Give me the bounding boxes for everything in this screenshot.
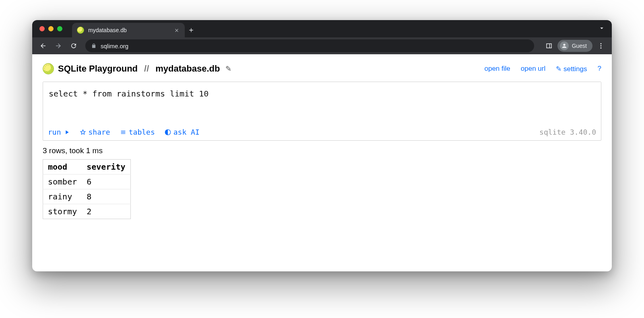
sqlite-version: sqlite 3.40.0 bbox=[539, 128, 596, 136]
table-row: somber6 bbox=[43, 174, 131, 189]
plus-icon bbox=[188, 27, 194, 33]
page-content: SQLite Playground // mydatabase.db ✎ ope… bbox=[32, 54, 612, 230]
titlebar: mydatabase.db bbox=[32, 20, 612, 37]
results-table: moodseverity somber6rainy8stormy2 bbox=[43, 159, 131, 219]
arrow-right-icon bbox=[55, 42, 62, 49]
column-header: severity bbox=[82, 160, 130, 174]
new-tab-button[interactable] bbox=[185, 23, 198, 37]
address-bar[interactable]: sqlime.org bbox=[85, 39, 534, 52]
forward-button[interactable] bbox=[52, 39, 65, 53]
pencil-icon: ✎ bbox=[556, 65, 561, 73]
browser-toolbar: sqlime.org Guest bbox=[32, 37, 612, 54]
open-url-link[interactable]: open url bbox=[521, 65, 545, 73]
share-button[interactable]: share bbox=[80, 128, 110, 136]
toolbar-right: Guest bbox=[542, 39, 608, 53]
svg-point-2 bbox=[601, 47, 602, 49]
page-title: SQLite Playground bbox=[58, 64, 138, 74]
tables-button[interactable]: tables bbox=[120, 128, 155, 136]
ask-ai-button[interactable]: ask AI bbox=[165, 128, 200, 136]
table-cell: rainy bbox=[43, 189, 82, 204]
close-icon bbox=[174, 28, 179, 33]
profile-label: Guest bbox=[572, 43, 587, 49]
tab-overview-button[interactable] bbox=[598, 25, 605, 33]
tab-close-button[interactable] bbox=[173, 27, 180, 33]
query-status: 3 rows, took 1 ms bbox=[43, 146, 601, 155]
profile-button[interactable]: Guest bbox=[557, 40, 592, 52]
menu-button[interactable] bbox=[594, 39, 608, 53]
play-icon bbox=[64, 129, 70, 135]
browser-window: mydatabase.db sqlime.org bbox=[32, 20, 612, 271]
help-link[interactable]: ? bbox=[598, 65, 601, 73]
column-header: mood bbox=[43, 160, 82, 174]
back-button[interactable] bbox=[36, 39, 50, 53]
sql-editor: run share tables ask AI sqlite 3.40.0 bbox=[43, 82, 601, 141]
avatar bbox=[560, 41, 569, 50]
table-cell: somber bbox=[43, 174, 82, 189]
browser-tab[interactable]: mydatabase.db bbox=[72, 23, 185, 37]
table-cell: 8 bbox=[82, 189, 130, 204]
table-cell: stormy bbox=[43, 204, 82, 219]
kebab-icon bbox=[597, 42, 605, 49]
settings-label: settings bbox=[564, 65, 587, 73]
page-header: SQLite Playground // mydatabase.db ✎ ope… bbox=[43, 63, 601, 74]
chevron-down-icon bbox=[598, 25, 605, 32]
svg-point-1 bbox=[601, 45, 602, 47]
window-minimize-button[interactable] bbox=[48, 26, 54, 31]
run-button[interactable]: run bbox=[48, 128, 70, 136]
lock-icon bbox=[91, 43, 97, 49]
header-links: open file open url ✎ settings ? bbox=[484, 65, 601, 73]
sql-input[interactable] bbox=[43, 82, 601, 126]
reload-icon bbox=[70, 42, 77, 49]
table-cell: 6 bbox=[82, 174, 130, 189]
tab-favicon-icon bbox=[77, 27, 84, 34]
person-icon bbox=[561, 43, 568, 49]
ask-ai-label: ask AI bbox=[173, 128, 200, 136]
star-outline-icon bbox=[80, 129, 86, 135]
window-close-button[interactable] bbox=[39, 26, 45, 31]
database-name: mydatabase.db bbox=[155, 64, 220, 74]
table-cell: 2 bbox=[82, 204, 130, 219]
title-separator: // bbox=[142, 64, 151, 74]
share-label: share bbox=[89, 128, 110, 136]
url-text: sqlime.org bbox=[101, 43, 128, 49]
editor-toolbar: run share tables ask AI sqlite 3.40.0 bbox=[43, 128, 601, 140]
table-row: rainy8 bbox=[43, 189, 131, 204]
window-controls bbox=[39, 26, 62, 31]
side-panel-button[interactable] bbox=[542, 39, 556, 53]
open-file-link[interactable]: open file bbox=[484, 65, 510, 73]
reload-button[interactable] bbox=[67, 39, 80, 53]
table-header-row: moodseverity bbox=[43, 160, 131, 174]
svg-point-0 bbox=[601, 43, 602, 44]
circle-half-icon bbox=[165, 129, 171, 135]
run-label: run bbox=[48, 128, 61, 136]
panel-icon bbox=[545, 42, 553, 49]
tables-label: tables bbox=[129, 128, 155, 136]
brand-logo-icon bbox=[43, 63, 54, 74]
settings-link[interactable]: ✎ settings bbox=[556, 65, 587, 73]
table-row: stormy2 bbox=[43, 204, 131, 219]
arrow-left-icon bbox=[39, 42, 47, 49]
rename-database-button[interactable]: ✎ bbox=[225, 64, 231, 73]
tab-title: mydatabase.db bbox=[88, 27, 127, 33]
window-zoom-button[interactable] bbox=[57, 26, 62, 31]
list-icon bbox=[120, 129, 126, 135]
